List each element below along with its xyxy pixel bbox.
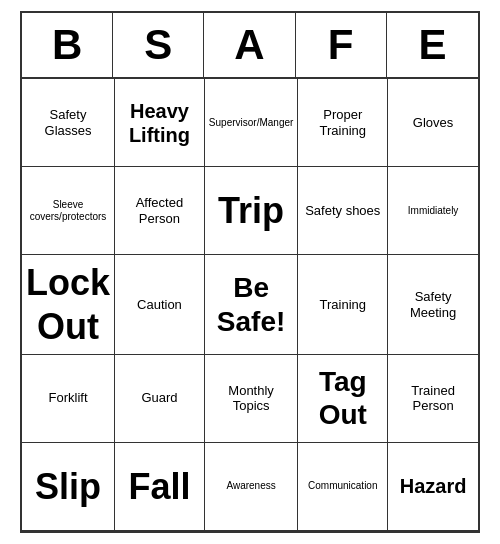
bingo-cell[interactable]: Hazard [388,443,478,531]
bingo-cell[interactable]: Communication [298,443,388,531]
cell-text: Affected Person [119,195,200,226]
cell-text: Safety shoes [305,203,380,219]
cell-text: Awareness [226,480,275,492]
header-cell-s: S [113,13,204,77]
cell-text: Gloves [413,115,453,131]
bingo-cell[interactable]: Training [298,255,388,354]
cell-text: Forklift [49,390,88,406]
bingo-cell[interactable]: Lock Out [22,255,115,354]
cell-text: Supervisor/Manger [209,117,293,129]
bingo-cell[interactable]: Be Safe! [205,255,298,354]
bingo-cell[interactable]: Affected Person [115,167,205,255]
bingo-cell[interactable]: Supervisor/Manger [205,79,298,167]
bingo-cell[interactable]: Awareness [205,443,298,531]
bingo-cell[interactable]: Proper Training [298,79,388,167]
bingo-card: BSAFE Safety GlassesHeavy LiftingSupervi… [20,11,480,532]
bingo-cell[interactable]: Tag Out [298,355,388,443]
bingo-cell[interactable]: Fall [115,443,205,531]
cell-text: Hazard [400,474,467,498]
bingo-cell[interactable]: Forklift [22,355,115,443]
header-cell-a: A [204,13,295,77]
header-cell-b: B [22,13,113,77]
cell-text: Communication [308,480,377,492]
bingo-cell[interactable]: Trip [205,167,298,255]
bingo-header: BSAFE [22,13,478,79]
bingo-grid: Safety GlassesHeavy LiftingSupervisor/Ma… [22,79,478,530]
bingo-cell[interactable]: Safety Meeting [388,255,478,354]
bingo-cell[interactable]: Immidiately [388,167,478,255]
bingo-cell[interactable]: Slip [22,443,115,531]
cell-text: Guard [141,390,177,406]
bingo-cell[interactable]: Safety Glasses [22,79,115,167]
cell-text: Training [320,297,366,313]
cell-text: Heavy Lifting [119,99,200,147]
cell-text: Immidiately [408,205,459,217]
cell-text: Be Safe! [209,271,293,338]
bingo-cell[interactable]: Safety shoes [298,167,388,255]
cell-text: Trained Person [392,383,474,414]
cell-text: Monthly Topics [209,383,293,414]
bingo-cell[interactable]: Caution [115,255,205,354]
cell-text: Lock Out [26,261,110,347]
cell-text: Tag Out [302,365,383,432]
cell-text: Fall [128,465,190,508]
cell-text: Safety Meeting [392,289,474,320]
cell-text: Slip [35,465,101,508]
bingo-cell[interactable]: Sleeve covers/protectors [22,167,115,255]
bingo-cell[interactable]: Guard [115,355,205,443]
header-cell-e: E [387,13,478,77]
bingo-cell[interactable]: Heavy Lifting [115,79,205,167]
cell-text: Caution [137,297,182,313]
cell-text: Safety Glasses [26,107,110,138]
cell-text: Trip [218,189,284,232]
bingo-cell[interactable]: Trained Person [388,355,478,443]
header-cell-f: F [296,13,387,77]
bingo-cell[interactable]: Gloves [388,79,478,167]
bingo-cell[interactable]: Monthly Topics [205,355,298,443]
cell-text: Sleeve covers/protectors [26,199,110,223]
cell-text: Proper Training [302,107,383,138]
